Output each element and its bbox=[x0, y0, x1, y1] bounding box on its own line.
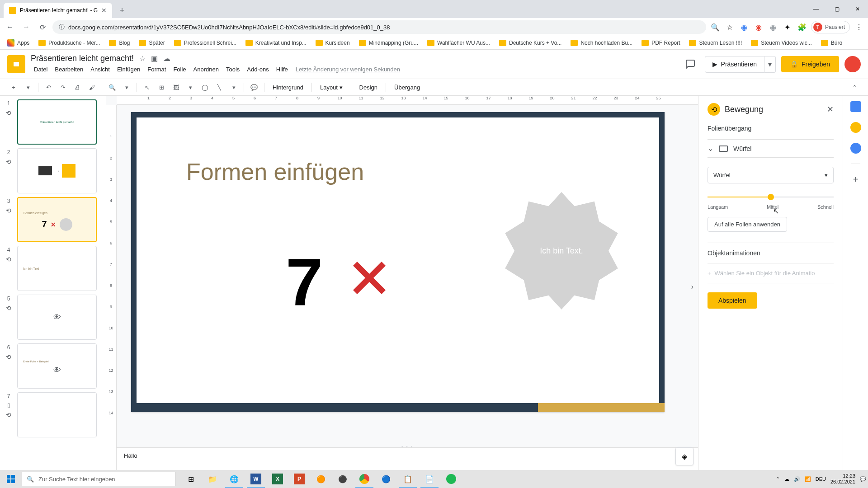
undo-button[interactable]: ↶ bbox=[42, 81, 55, 94]
textbox-tool[interactable]: ⊞ bbox=[155, 81, 168, 94]
present-button[interactable]: ▶Präsentieren bbox=[705, 56, 764, 73]
slide-thumbnail-6[interactable]: Erste Folie + Beispiel👁 bbox=[17, 343, 97, 389]
taskbar-edge[interactable]: 🌐 bbox=[223, 470, 245, 488]
tray-notifications[interactable]: 💬 bbox=[860, 476, 866, 482]
chrome-menu-button[interactable]: ⋮ bbox=[854, 22, 864, 33]
taskbar-word[interactable]: W bbox=[245, 470, 267, 488]
extension-icon-2[interactable]: ◉ bbox=[753, 22, 764, 33]
taskbar-app-4[interactable]: 📄 bbox=[419, 470, 440, 488]
taskbar-search[interactable]: 🔍 Zur Suche Text hier eingeben bbox=[22, 472, 175, 486]
redo-button[interactable]: ↷ bbox=[57, 81, 69, 94]
bookmark-item[interactable]: Kreativität und Insp... bbox=[242, 38, 310, 48]
menu-format[interactable]: Format bbox=[144, 64, 169, 75]
menu-insert[interactable]: Einfügen bbox=[114, 64, 143, 75]
shape-tool[interactable]: ◯ bbox=[198, 81, 211, 94]
bookmark-item[interactable]: Blog bbox=[105, 38, 133, 48]
bookmark-item[interactable]: Büro bbox=[817, 38, 846, 48]
taskbar-powerpoint[interactable]: P bbox=[288, 470, 310, 488]
notes-resize-handle[interactable]: • • • bbox=[401, 444, 413, 449]
task-view-button[interactable]: ⊞ bbox=[180, 470, 202, 488]
menu-edit[interactable]: Bearbeiten bbox=[52, 64, 86, 75]
tray-language[interactable]: DEU bbox=[816, 476, 826, 482]
collapse-toolbar-button[interactable]: ⌃ bbox=[848, 81, 861, 94]
select-tool[interactable]: ↖ bbox=[141, 81, 153, 94]
tray-volume-icon[interactable]: 🔊 bbox=[794, 476, 800, 482]
keep-addon-icon[interactable] bbox=[850, 122, 861, 133]
slide-title[interactable]: Formen einfügen bbox=[186, 158, 364, 185]
zoom-icon[interactable]: 🔍 bbox=[710, 22, 721, 33]
menu-slide[interactable]: Folie bbox=[170, 64, 189, 75]
menu-arrange[interactable]: Anordnen bbox=[190, 64, 222, 75]
tasks-addon-icon[interactable] bbox=[850, 143, 861, 154]
extension-icon-3[interactable]: ◉ bbox=[768, 22, 778, 33]
slide-thumbnail-1[interactable]: Präsentieren leicht gemacht! bbox=[17, 99, 97, 145]
star-icon[interactable]: ☆ bbox=[724, 22, 735, 33]
slide-star-shape[interactable]: Ich bin Text. bbox=[503, 192, 620, 310]
taskbar-app-3[interactable]: 📋 bbox=[397, 470, 419, 488]
extension-icon-1[interactable]: ◉ bbox=[739, 22, 750, 33]
taskbar-excel[interactable]: X bbox=[267, 470, 288, 488]
speed-slider[interactable] bbox=[708, 192, 834, 202]
menu-help[interactable]: Hilfe bbox=[273, 64, 291, 75]
url-bar[interactable]: ⓘ docs.google.com/presentation/d/1yV372S… bbox=[52, 20, 706, 34]
tray-cloud-icon[interactable]: ☁ bbox=[784, 476, 789, 482]
site-info-icon[interactable]: ⓘ bbox=[59, 23, 65, 31]
bookmark-item[interactable]: Professionell Schrei... bbox=[170, 38, 240, 48]
tab-close-icon[interactable]: ✕ bbox=[101, 7, 107, 14]
slide-thumbnail-4[interactable]: Ich bin Text bbox=[17, 246, 97, 291]
line-dropdown[interactable]: ▾ bbox=[227, 81, 240, 94]
speaker-notes[interactable]: • • • Hallo bbox=[117, 447, 698, 470]
doc-title[interactable]: Präsentieren leicht gemacht! bbox=[31, 54, 134, 63]
bookmark-item[interactable]: Wahlfächer WU Aus... bbox=[424, 38, 494, 48]
bookmark-item[interactable]: Produktsuche - Mer... bbox=[35, 38, 104, 48]
new-slide-button[interactable]: + bbox=[7, 81, 20, 94]
image-tool[interactable]: 🖼 bbox=[170, 81, 182, 94]
extension-icon-4[interactable]: ✦ bbox=[782, 22, 793, 33]
slider-thumb[interactable] bbox=[768, 194, 774, 200]
slide-thumbnail-7[interactable] bbox=[17, 392, 97, 437]
bookmark-item[interactable]: Noch hochladen Bu... bbox=[567, 38, 636, 48]
new-tab-button[interactable]: + bbox=[116, 4, 128, 17]
menu-tools[interactable]: Tools bbox=[223, 64, 243, 75]
paint-format-button[interactable]: 🖌 bbox=[85, 81, 98, 94]
comments-button[interactable] bbox=[681, 55, 699, 73]
play-button[interactable]: Abspielen bbox=[708, 292, 757, 309]
transition-button[interactable]: Übergang bbox=[390, 84, 425, 91]
close-panel-button[interactable]: ✕ bbox=[827, 104, 834, 114]
move-doc-icon[interactable]: ▣ bbox=[151, 54, 158, 63]
forward-button[interactable]: → bbox=[20, 21, 33, 33]
bookmark-item[interactable]: Mindmapping (Gru... bbox=[355, 38, 422, 48]
bookmark-item[interactable]: Später bbox=[135, 38, 168, 48]
slide-thumbnail-5[interactable]: 👁 bbox=[17, 295, 97, 340]
zoom-dropdown[interactable]: ▾ bbox=[120, 81, 133, 94]
present-dropdown[interactable]: ▾ bbox=[764, 56, 776, 73]
comment-tool[interactable]: 💬 bbox=[248, 81, 260, 94]
taskbar-explorer[interactable]: 📁 bbox=[202, 470, 223, 488]
user-avatar[interactable] bbox=[844, 56, 861, 72]
add-addon-button[interactable]: + bbox=[850, 174, 861, 185]
last-edit-label[interactable]: Letzte Änderung vor wenigen Sekunden bbox=[292, 64, 404, 75]
slide-number-shape[interactable]: 7 bbox=[286, 244, 323, 321]
image-dropdown[interactable]: ▾ bbox=[184, 81, 197, 94]
bookmark-item[interactable]: Deutsche Kurs + Vo... bbox=[495, 38, 565, 48]
transition-row[interactable]: ⌄ Würfel bbox=[708, 139, 834, 158]
slide-x-shape[interactable] bbox=[349, 258, 390, 298]
next-slide-arrow[interactable]: › bbox=[691, 283, 693, 291]
menu-view[interactable]: Ansicht bbox=[87, 64, 113, 75]
bookmark-item[interactable]: Steuern Videos wic... bbox=[747, 38, 816, 48]
slide-thumbnail-2[interactable]: → bbox=[17, 148, 97, 193]
extensions-button[interactable]: 🧩 bbox=[797, 22, 807, 33]
transition-select[interactable]: Würfel ▾ bbox=[708, 167, 834, 183]
minimize-button[interactable]: — bbox=[806, 2, 826, 16]
share-button[interactable]: 🔒Freigeben bbox=[781, 56, 839, 72]
close-window-button[interactable]: ✕ bbox=[847, 2, 868, 16]
menu-addons[interactable]: Add-ons bbox=[244, 64, 272, 75]
taskbar-app-1[interactable]: 🟠 bbox=[310, 470, 332, 488]
layout-button[interactable]: Layout ▾ bbox=[316, 84, 347, 91]
start-button[interactable] bbox=[0, 470, 22, 488]
new-slide-dropdown[interactable]: ▾ bbox=[22, 81, 34, 94]
taskbar-spotify[interactable] bbox=[440, 470, 462, 488]
bookmark-item[interactable]: PDF Report bbox=[638, 38, 684, 48]
taskbar-chrome[interactable] bbox=[354, 470, 375, 488]
tray-clock[interactable]: 12:23 26.02.2021 bbox=[830, 473, 855, 485]
